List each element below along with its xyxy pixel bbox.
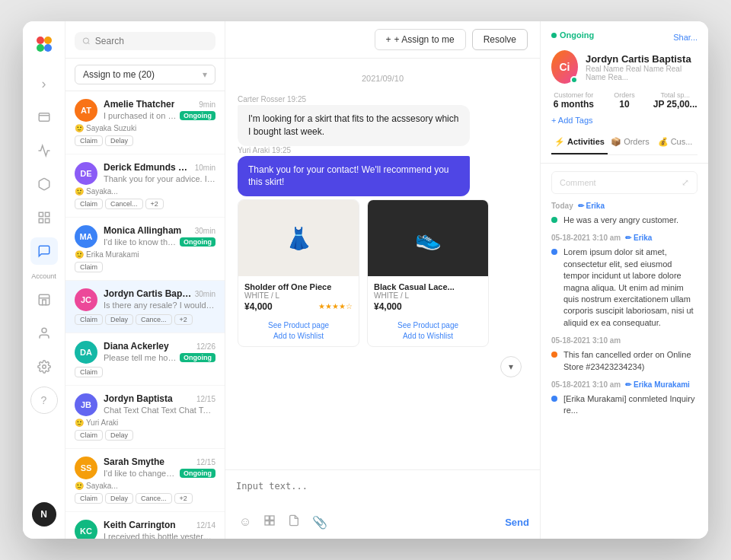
conv-tags: ClaimDelayCance...+2	[75, 493, 215, 504]
conv-name: Diana Ackerley	[104, 341, 169, 352]
online-indicator	[570, 76, 578, 84]
tag[interactable]: Delay	[105, 493, 133, 504]
assigned-to: 🙂Yuri Araki	[75, 418, 215, 427]
tag[interactable]: +2	[174, 314, 193, 325]
activity-dot	[551, 352, 557, 358]
panel-tab-activities[interactable]: ⚡Activities	[551, 131, 608, 154]
conv-info: Keith Carrington 12/14 I received this b…	[104, 520, 215, 539]
nav-settings[interactable]	[30, 353, 58, 380]
comment-placeholder: Comment	[560, 178, 596, 187]
tag[interactable]: Claim	[75, 199, 103, 209]
nav-person[interactable]	[30, 320, 58, 347]
conv-item[interactable]: AT Amelie Thatcher 9min I purchased it o…	[65, 91, 225, 154]
tag[interactable]: Cancel...	[105, 199, 143, 209]
tag[interactable]: Cance...	[136, 314, 172, 325]
search-bar[interactable]	[75, 32, 215, 50]
svg-point-11	[42, 365, 46, 369]
conv-preview: I'd like to change my street ad...	[104, 469, 177, 478]
add-tags-button[interactable]: + Add Tags	[551, 116, 697, 125]
chat-header: + + Assign to me Resolve	[225, 21, 540, 59]
conv-item[interactable]: SS Sarah Smythe 12/15 I'd like to change…	[65, 449, 225, 512]
message-row: Yuri Araki 19:25 Thank you for your cont…	[238, 146, 470, 197]
tag[interactable]: +2	[174, 493, 193, 504]
see-product-link[interactable]: See Product page	[374, 321, 482, 329]
chat-input[interactable]	[236, 478, 529, 505]
activity-text: [Erika Murakami] conmleted Inquiry re...	[563, 393, 697, 417]
add-to-wishlist-link[interactable]: Add to Wishlist	[374, 332, 482, 340]
tag[interactable]: Delay	[105, 430, 133, 441]
customer-profile: Ci Jordyn Cartis Baptista Real Name Real…	[551, 50, 697, 84]
nav-inbox[interactable]	[30, 103, 58, 131]
nav-chart[interactable]	[30, 137, 58, 164]
emoji-icon[interactable]: ☺	[236, 514, 254, 530]
attachment-icon[interactable]: 📎	[309, 514, 330, 531]
customer-name: Jordyn Cartis Baptista	[586, 53, 697, 65]
scroll-down-button[interactable]: ▾	[500, 356, 522, 377]
avatar: SS	[75, 457, 97, 479]
comment-input[interactable]: Comment ⤢	[551, 171, 697, 194]
panel-tab-cus[interactable]: 💰Cus...	[653, 131, 697, 154]
search-input[interactable]	[95, 36, 208, 46]
conv-time: 12/26	[196, 342, 215, 351]
expand-icon[interactable]: ⤢	[682, 177, 689, 188]
activity-content: [Erika Murakami] conmleted Inquiry re...	[563, 393, 697, 417]
tag[interactable]: Claim	[75, 314, 103, 325]
resolve-button[interactable]: Resolve	[472, 29, 528, 50]
conv-item[interactable]: JC Jordyn Cartis Baptista 30min Is there…	[65, 281, 225, 333]
stat-orders: Orders 10	[602, 91, 647, 110]
tag[interactable]: Claim	[75, 262, 103, 272]
note-icon[interactable]	[285, 513, 303, 531]
product-variant: WHITE / L	[374, 291, 482, 300]
tag[interactable]: Claim	[75, 135, 103, 146]
app-logo	[34, 33, 55, 58]
panel-tab-orders[interactable]: 📦Orders	[608, 131, 653, 154]
msg-sender: Carter Rosser 19:25	[238, 95, 470, 103]
assign-dropdown[interactable]: Assign to me (20) ▾	[75, 65, 215, 84]
product-name: Black Casual Lace...	[374, 282, 482, 291]
nav-help[interactable]: ?	[30, 387, 58, 414]
conv-items: AT Amelie Thatcher 9min I purchased it o…	[65, 91, 225, 539]
conv-item-header: JB Jordyn Baptista 12/15 Chat Text Chat …	[75, 393, 215, 416]
nav-layout[interactable]	[30, 204, 58, 231]
tag[interactable]: Cance...	[136, 493, 172, 504]
conv-preview: Chat Text Chat Text Chat Text...	[104, 406, 215, 415]
conv-preview: Is there any resale? I would lik...	[104, 301, 215, 310]
conv-tags: ClaimDelay	[75, 430, 215, 441]
activity-item: 05-18-2021 3:10 am✏ Erika Murakami [Erik…	[551, 380, 697, 417]
activity-item: 05-18-2021 3:10 am This fan cancelled or…	[551, 336, 697, 373]
conv-item-header: MA Monica Allingham 30min I'd like to kn…	[75, 225, 215, 248]
assigned-to: 🙂Sayaka...	[75, 187, 215, 196]
conv-name: Amelie Thatcher	[104, 99, 174, 110]
template-icon[interactable]	[260, 513, 279, 531]
see-product-link[interactable]: See Product page	[244, 321, 353, 329]
tag[interactable]: Claim	[75, 493, 103, 504]
assign-to-me-button[interactable]: + + Assign to me	[375, 29, 466, 50]
conv-item-header: DA Diana Ackerley 12/26 Please tell me h…	[75, 341, 215, 364]
conv-item[interactable]: MA Monica Allingham 30min I'd like to kn…	[65, 218, 225, 281]
tag[interactable]: Delay	[105, 135, 133, 146]
product-price: ¥4,000	[244, 301, 273, 312]
conversation-list: Assign to me (20) ▾ AT Amelie Thatcher 9…	[65, 21, 225, 539]
add-to-wishlist-link[interactable]: Add to Wishlist	[244, 332, 353, 340]
tag[interactable]: Claim	[75, 430, 103, 441]
nav-chat[interactable]	[30, 237, 58, 265]
tag[interactable]: Delay	[105, 314, 133, 325]
share-link[interactable]: Shar...	[673, 33, 697, 42]
user-avatar-icon[interactable]: N	[32, 502, 56, 527]
conv-info: Diana Ackerley 12/26 Please tell me how …	[104, 341, 215, 362]
product-price: ¥4,000	[374, 301, 402, 312]
conv-item[interactable]: DE Derick Edmunds Colley 10min Thank you…	[65, 154, 225, 218]
nav-chevron[interactable]: ›	[30, 70, 58, 97]
conv-name: Jordyn Cartis Baptista	[104, 288, 192, 299]
conv-item[interactable]: JB Jordyn Baptista 12/15 Chat Text Chat …	[65, 386, 225, 449]
product-actions: See Product page Add to Wishlist	[368, 318, 488, 346]
nav-box[interactable]	[30, 170, 58, 198]
tag[interactable]: +2	[145, 199, 164, 209]
conv-name: Jordyn Baptista	[104, 393, 173, 404]
send-button[interactable]: Send	[505, 517, 529, 528]
conv-item[interactable]: KC Keith Carrington 12/14 I received thi…	[65, 512, 225, 539]
conv-item[interactable]: DA Diana Ackerley 12/26 Please tell me h…	[65, 333, 225, 386]
date-divider: 2021/09/10	[238, 74, 528, 83]
tag[interactable]: Claim	[75, 367, 103, 377]
nav-building[interactable]	[30, 286, 58, 313]
